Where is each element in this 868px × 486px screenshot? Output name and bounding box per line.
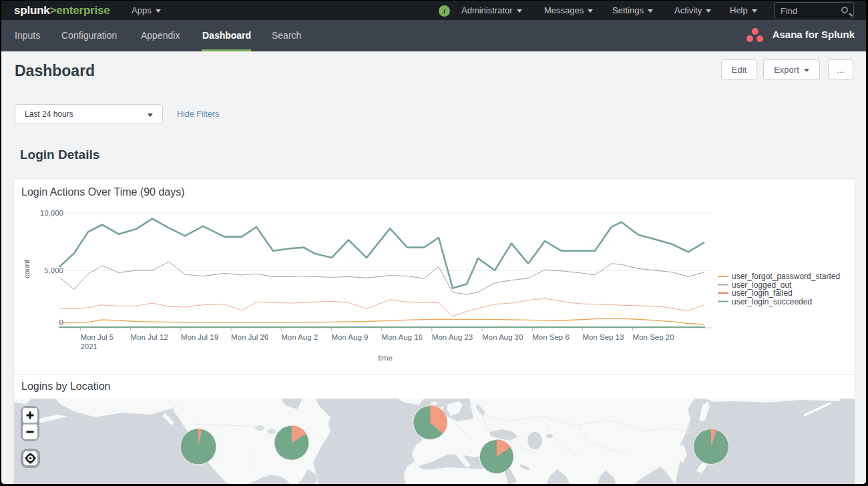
svg-text:Mon Sep 6: Mon Sep 6 (532, 333, 570, 341)
svg-text:time: time (378, 354, 393, 362)
svg-text:Mon Aug 23: Mon Aug 23 (432, 333, 473, 341)
svg-text:Mon Jul 19: Mon Jul 19 (181, 333, 218, 341)
svg-text:Mon Sep 13: Mon Sep 13 (582, 333, 624, 341)
svg-text:Mon Jul 5: Mon Jul 5 (80, 333, 114, 341)
svg-text:Mon Sep 20: Mon Sep 20 (633, 333, 674, 341)
svg-text:Mon Jul 12: Mon Jul 12 (131, 333, 168, 341)
svg-text:user_login_succeeded: user_login_succeeded (732, 297, 812, 306)
svg-text:count: count (23, 259, 31, 278)
svg-text:Mon Jul 26: Mon Jul 26 (231, 333, 268, 341)
svg-text:0: 0 (59, 318, 63, 326)
svg-text:5,000: 5,000 (44, 266, 63, 274)
svg-text:10,000: 10,000 (40, 209, 63, 217)
svg-text:Mon Aug 9: Mon Aug 9 (331, 333, 368, 341)
svg-text:Mon Aug 2: Mon Aug 2 (281, 333, 318, 341)
svg-text:Mon Aug 30: Mon Aug 30 (482, 333, 523, 341)
svg-text:2021: 2021 (80, 342, 97, 350)
svg-text:Mon Aug 16: Mon Aug 16 (382, 333, 423, 341)
